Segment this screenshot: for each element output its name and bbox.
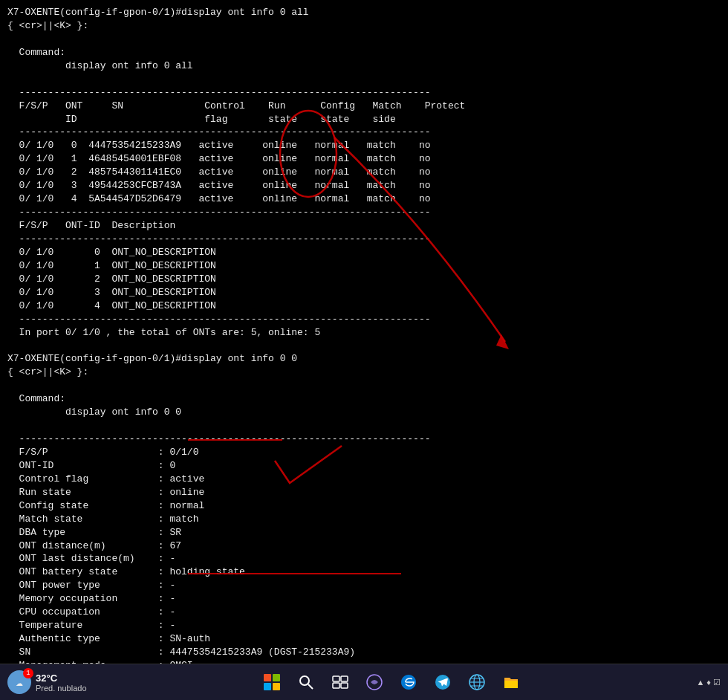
temperature: 32°C <box>36 673 87 684</box>
svg-rect-7 <box>341 676 348 681</box>
taskbar-center <box>261 671 522 693</box>
svg-line-5 <box>308 684 313 689</box>
copilot-button[interactable] <box>363 671 386 693</box>
file-explorer-button[interactable] <box>500 671 522 693</box>
svg-point-4 <box>300 676 309 685</box>
system-tray[interactable]: ▲ ♦ ☑ <box>696 678 721 687</box>
svg-rect-9 <box>341 683 348 688</box>
taskbar: ☁️ 1 32°C Pred. nublado <box>0 664 728 700</box>
browser-button[interactable] <box>466 671 488 693</box>
windows-start-button[interactable] <box>261 671 283 693</box>
telegram-button[interactable] <box>432 671 454 693</box>
svg-rect-8 <box>333 683 339 688</box>
search-taskbar-button[interactable] <box>295 671 317 693</box>
notification-badge: 1 <box>23 668 33 678</box>
weather-icon[interactable]: ☁️ 1 <box>7 670 31 694</box>
terminal: X7-OXENTE(config-if-gpon-0/1)#display on… <box>0 0 728 664</box>
weather-description: Pred. nublado <box>36 684 87 693</box>
taskbar-left: ☁️ 1 32°C Pred. nublado <box>7 670 87 694</box>
weather-info: 32°C Pred. nublado <box>36 673 87 693</box>
task-view-button[interactable] <box>329 671 351 693</box>
taskbar-right: ▲ ♦ ☑ <box>696 678 721 687</box>
svg-rect-6 <box>333 676 339 681</box>
terminal-content: X7-OXENTE(config-if-gpon-0/1)#display on… <box>7 6 721 664</box>
edge-browser-button[interactable] <box>397 671 420 693</box>
